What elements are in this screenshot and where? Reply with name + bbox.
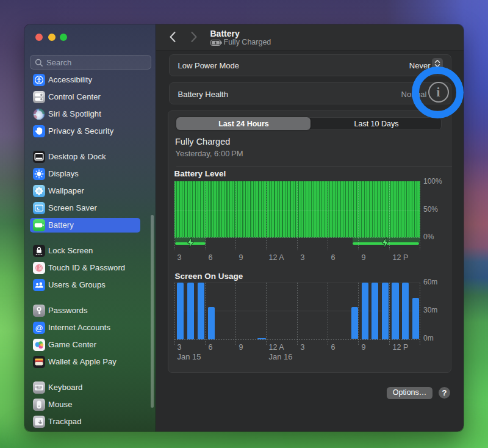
svg-text:@: @ (35, 323, 43, 333)
